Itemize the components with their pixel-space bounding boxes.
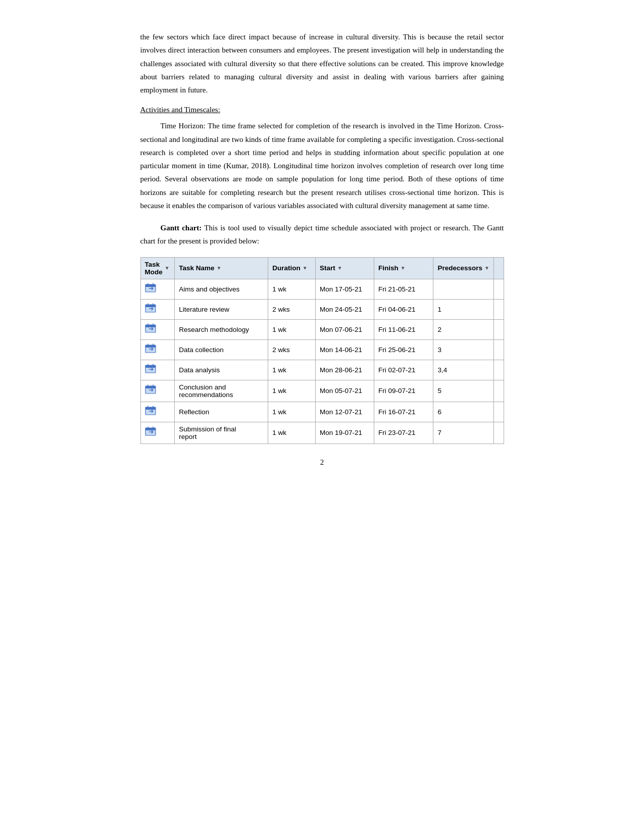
th-duration[interactable]: Duration ▼ [268,257,316,279]
cell-start: Mon 24-05-21 [316,299,374,319]
table-row: Reflection1 wkMon 12-07-21Fri 16-07-216 [140,402,504,422]
cell-extra [493,319,504,339]
th-task-mode[interactable]: TaskMode ▼ [140,257,175,279]
gantt-intro-bold: Gantt chart: [161,224,202,232]
task-mode-icon [145,384,156,398]
page: the few sectors which face direct impact… [105,30,539,467]
cell-task-name: Data analysis [175,360,268,380]
table-row: Data analysis1 wkMon 28-06-21Fri 02-07-2… [140,360,504,380]
task-mode-icon [145,323,156,336]
th-finish-sort-icon[interactable]: ▼ [401,265,406,271]
cell-duration: 2 wks [268,299,316,319]
task-mode-icon [145,343,156,357]
cell-extra [493,339,504,360]
cell-duration: 1 wk [268,402,316,422]
cell-task-name: Literature review [175,299,268,319]
time-horizon-paragraph: Time Horizon: The time frame selected fo… [140,119,504,212]
svg-rect-19 [145,345,156,348]
cell-predecessors: 2 [433,319,493,339]
cell-finish: Fri 04-06-21 [374,299,433,319]
table-row: Aims and objectives1 wkMon 17-05-21Fri 2… [140,279,504,299]
cell-task-mode [140,279,175,299]
th-finish[interactable]: Finish ▼ [374,257,433,279]
cell-duration: 1 wk [268,319,316,339]
th-predecessors-label: Predecessors [437,264,482,272]
table-row: Submission of finalreport1 wkMon 19-07-2… [140,422,504,444]
th-task-mode-sort-icon[interactable]: ▼ [165,265,170,271]
cell-start: Mon 19-07-21 [316,422,374,444]
cell-extra [493,402,504,422]
cell-predecessors: 6 [433,402,493,422]
cell-extra [493,299,504,319]
th-duration-label: Duration [272,264,301,272]
cell-start: Mon 17-05-21 [316,279,374,299]
svg-rect-31 [145,386,156,388]
table-row: Conclusion andrecommendations1 wkMon 05-… [140,380,504,402]
intro-paragraph: the few sectors which face direct impact… [140,30,504,96]
cell-predecessors: 7 [433,422,493,444]
cell-finish: Fri 25-06-21 [374,339,433,360]
th-finish-label: Finish [378,264,399,272]
th-task-name[interactable]: Task Name ▼ [175,257,268,279]
cell-task-name: Submission of finalreport [175,422,268,444]
cell-extra [493,422,504,444]
th-task-name-label: Task Name [179,264,214,272]
gantt-intro: Gantt chart: This is tool used to visual… [140,221,504,248]
cell-task-name: Research methodology [175,319,268,339]
cell-task-mode [140,319,175,339]
cell-duration: 2 wks [268,339,316,360]
cell-predecessors: 3 [433,339,493,360]
gantt-table-wrapper: TaskMode ▼ Task Name ▼ Duration ▼ [140,257,504,444]
cell-task-name: Data collection [175,339,268,360]
svg-rect-43 [145,428,156,430]
th-task-name-sort-icon[interactable]: ▼ [217,265,222,271]
task-mode-icon [145,426,156,439]
page-number: 2 [140,458,504,467]
gantt-table: TaskMode ▼ Task Name ▼ Duration ▼ [140,257,504,444]
cell-start: Mon 05-07-21 [316,380,374,402]
cell-task-mode [140,360,175,380]
svg-rect-25 [145,365,156,368]
cell-predecessors: 1 [433,299,493,319]
table-row: Literature review2 wksMon 24-05-21Fri 04… [140,299,504,319]
cell-predecessors: 5 [433,380,493,402]
cell-finish: Fri 02-07-21 [374,360,433,380]
cell-finish: Fri 09-07-21 [374,380,433,402]
th-extra [493,257,504,279]
svg-rect-37 [145,407,156,410]
cell-task-name: Conclusion andrecommendations [175,380,268,402]
cell-start: Mon 07-06-21 [316,319,374,339]
cell-task-mode [140,380,175,402]
cell-task-name: Reflection [175,402,268,422]
cell-finish: Fri 23-07-21 [374,422,433,444]
cell-predecessors: 3,4 [433,360,493,380]
th-predecessors[interactable]: Predecessors ▼ [433,257,493,279]
th-duration-sort-icon[interactable]: ▼ [303,265,308,271]
cell-task-mode [140,402,175,422]
cell-duration: 1 wk [268,360,316,380]
cell-task-mode [140,339,175,360]
cell-finish: Fri 16-07-21 [374,402,433,422]
cell-duration: 1 wk [268,380,316,402]
cell-task-mode [140,422,175,444]
cell-start: Mon 12-07-21 [316,402,374,422]
task-mode-icon [145,405,156,419]
task-mode-icon [145,303,156,316]
cell-extra [493,279,504,299]
svg-rect-13 [145,325,156,327]
cell-finish: Fri 21-05-21 [374,279,433,299]
table-row: Research methodology1 wkMon 07-06-21Fri … [140,319,504,339]
svg-rect-1 [145,284,156,287]
task-mode-icon [145,282,156,296]
task-mode-icon [145,363,156,377]
cell-extra [493,380,504,402]
th-predecessors-sort-icon[interactable]: ▼ [484,265,489,271]
cell-task-name: Aims and objectives [175,279,268,299]
cell-task-mode [140,299,175,319]
th-start[interactable]: Start ▼ [316,257,374,279]
cell-duration: 1 wk [268,422,316,444]
th-start-sort-icon[interactable]: ▼ [337,265,342,271]
section-heading: Activities and Timescales: [140,106,504,114]
cell-start: Mon 14-06-21 [316,339,374,360]
table-header-row: TaskMode ▼ Task Name ▼ Duration ▼ [140,257,504,279]
